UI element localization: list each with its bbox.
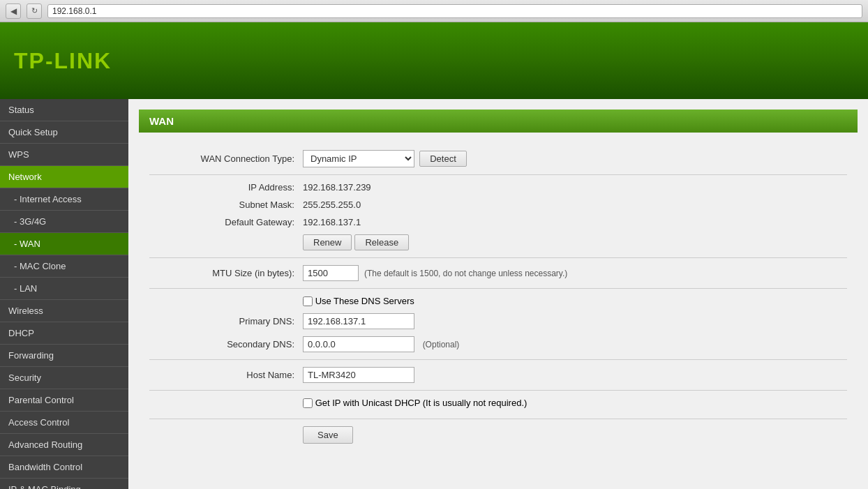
logo: TP-LINK — [14, 48, 112, 74]
mtu-size-input[interactable] — [303, 265, 359, 281]
secondary-dns-label: Secondary DNS: — [149, 339, 303, 349]
detect-button[interactable]: Detect — [419, 151, 467, 167]
optional-text: (Optional) — [423, 340, 460, 349]
default-gateway-row: Default Gateway: 192.168.137.1 — [149, 217, 847, 227]
sidebar-item-security[interactable]: Security — [0, 367, 128, 389]
unicast-dhcp-row: Get IP with Unicast DHCP (It is usually … — [149, 398, 847, 408]
primary-dns-label: Primary DNS: — [149, 316, 303, 326]
sidebar-item-status[interactable]: Status — [0, 99, 128, 121]
sidebar-item-ip-mac-binding[interactable]: IP & MAC Binding — [0, 479, 128, 489]
sidebar-item-advanced-routing[interactable]: Advanced Routing — [0, 434, 128, 456]
host-name-row: Host Name: — [149, 367, 847, 383]
wan-connection-type-row: WAN Connection Type: Dynamic IP Static I… — [149, 150, 847, 167]
subnet-mask-value: 255.255.255.0 — [303, 200, 361, 210]
sidebar-item-bandwidth-control[interactable]: Bandwidth Control — [0, 456, 128, 479]
ip-address-value: 192.168.137.239 — [303, 182, 371, 193]
wan-form: WAN Connection Type: Dynamic IP Static I… — [139, 143, 858, 451]
back-button[interactable]: ◀ — [6, 3, 21, 19]
unicast-dhcp-label: Get IP with Unicast DHCP (It is usually … — [315, 398, 527, 408]
page-header: TP-LINK — [0, 22, 868, 99]
save-row: Save — [149, 419, 847, 444]
wan-connection-type-select[interactable]: Dynamic IP Static IP PPPoE L2TP PPTP — [303, 150, 414, 167]
renew-release-row: Renew Release — [149, 234, 847, 250]
use-dns-row: Use These DNS Servers — [149, 296, 847, 306]
mtu-size-label: MTU Size (in bytes): — [149, 268, 303, 278]
browser-bar: ◀ ↻ 192.168.0.1 — [0, 0, 868, 22]
mtu-hint: (The default is 1500, do not change unle… — [364, 269, 567, 278]
ip-address-label: IP Address: — [149, 182, 303, 193]
unicast-dhcp-checkbox[interactable] — [303, 398, 313, 408]
sidebar-item-lan[interactable]: - LAN — [0, 278, 128, 300]
section-header: WAN — [139, 110, 858, 133]
sidebar-item-forwarding[interactable]: Forwarding — [0, 345, 128, 367]
sidebar-item-wan[interactable]: - WAN — [0, 233, 128, 255]
sidebar-item-wps[interactable]: WPS — [0, 144, 128, 166]
sidebar-item-mac-clone[interactable]: - MAC Clone — [0, 255, 128, 278]
default-gateway-value: 192.168.137.1 — [303, 217, 361, 227]
logo-text: TP-LINK — [14, 48, 112, 73]
renew-release-buttons: Renew Release — [303, 234, 409, 250]
sidebar: Status Quick Setup WPS Network - Interne… — [0, 99, 128, 489]
host-name-input[interactable] — [303, 367, 414, 383]
primary-dns-input[interactable] — [303, 313, 414, 329]
release-button[interactable]: Release — [354, 234, 409, 250]
sidebar-item-parental-control[interactable]: Parental Control — [0, 389, 128, 412]
mtu-size-row: MTU Size (in bytes): (The default is 150… — [149, 265, 847, 281]
section-title: WAN — [149, 115, 174, 127]
sidebar-item-wireless[interactable]: Wireless — [0, 300, 128, 322]
sidebar-item-access-control[interactable]: Access Control — [0, 412, 128, 434]
save-button[interactable]: Save — [303, 426, 353, 444]
url-bar[interactable]: 192.168.0.1 — [47, 4, 862, 18]
use-dns-checkbox[interactable] — [303, 296, 313, 306]
subnet-mask-label: Subnet Mask: — [149, 200, 303, 210]
refresh-button[interactable]: ↻ — [27, 3, 42, 19]
sidebar-item-dhcp[interactable]: DHCP — [0, 322, 128, 345]
secondary-dns-row: Secondary DNS: (Optional) — [149, 336, 847, 352]
ip-address-row: IP Address: 192.168.137.239 — [149, 182, 847, 193]
sidebar-item-internet-access[interactable]: - Internet Access — [0, 188, 128, 211]
wan-connection-type-label: WAN Connection Type: — [149, 153, 303, 164]
sidebar-item-network[interactable]: Network — [0, 166, 128, 188]
subnet-mask-row: Subnet Mask: 255.255.255.0 — [149, 200, 847, 210]
use-dns-label: Use These DNS Servers — [315, 296, 414, 306]
default-gateway-label: Default Gateway: — [149, 217, 303, 227]
sidebar-item-3g4g[interactable]: - 3G/4G — [0, 211, 128, 233]
sidebar-item-quick-setup[interactable]: Quick Setup — [0, 121, 128, 144]
primary-dns-row: Primary DNS: — [149, 313, 847, 329]
renew-button[interactable]: Renew — [303, 234, 352, 250]
host-name-label: Host Name: — [149, 370, 303, 380]
main-content: WAN WAN Connection Type: Dynamic IP Stat… — [128, 99, 868, 489]
secondary-dns-input[interactable] — [303, 336, 414, 352]
